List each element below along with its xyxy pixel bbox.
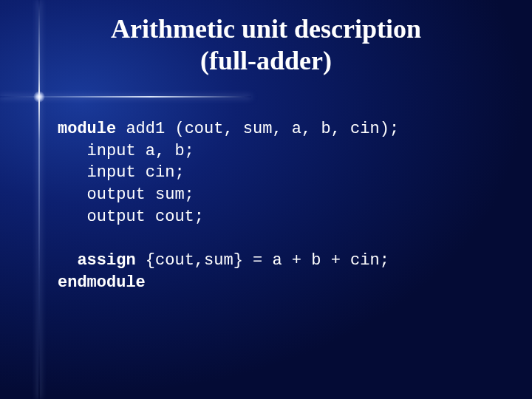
- title-line-2: (full-adder): [200, 46, 332, 75]
- code-block: module add1 (cout, sum, a, b, cin); inpu…: [58, 118, 399, 294]
- code-line-4: output sum;: [87, 185, 194, 204]
- keyword-module: module: [58, 120, 116, 138]
- code-line-6-rest: {cout,sum} = a + b + cin;: [136, 251, 389, 270]
- code-line-1-rest: add1 (cout, sum, a, b, cin);: [116, 120, 399, 138]
- keyword-endmodule: endmodule: [58, 273, 146, 292]
- slide: Arithmetic unit description (full-adder)…: [0, 0, 532, 399]
- code-line-2: input a, b;: [87, 142, 194, 160]
- keyword-assign: assign: [77, 251, 135, 270]
- slide-title: Arithmetic unit description (full-adder): [0, 13, 532, 77]
- code-line-5: output cout;: [87, 208, 204, 226]
- code-line-3: input cin;: [87, 163, 185, 182]
- title-line-1: Arithmetic unit description: [111, 14, 421, 44]
- lens-flare-core: [33, 91, 45, 103]
